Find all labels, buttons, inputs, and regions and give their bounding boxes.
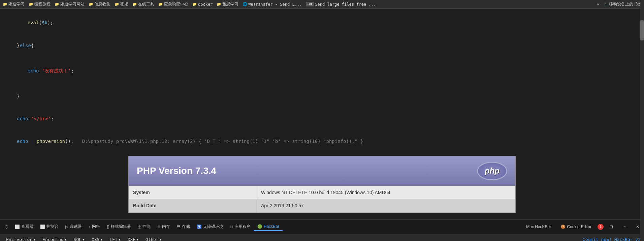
cookie-icon: 🍪 bbox=[560, 224, 566, 229]
viewer-icon: ⬜ bbox=[15, 224, 20, 229]
hackbar-other-menu[interactable]: Other ▾ bbox=[143, 236, 165, 241]
code-line: echo '</br>'; bbox=[0, 108, 644, 130]
sql-label: SQL bbox=[74, 237, 82, 241]
bookmark-item[interactable]: 🌐WeTransfer - Send L... bbox=[243, 2, 302, 7]
bookmark-item[interactable]: 📁在线工具 bbox=[132, 1, 154, 7]
encoding-arrow-icon: ▾ bbox=[64, 237, 67, 241]
bookmark-item[interactable]: 📁渗透学习网站 bbox=[55, 1, 85, 7]
devtools-bar: ⬡ ⬜ 查看器 ⬜ 控制台 ▷ 调试器 ↕ 网络 {} 样式编辑器 ◎ 性能 ⊕… bbox=[0, 219, 644, 234]
table-row: System Windows NT DELETE 10.0 build 1904… bbox=[129, 186, 515, 199]
hackbar-menu: Encryption ▾ Encoding ▾ SQL ▾ XSS ▾ LFI … bbox=[0, 234, 644, 241]
table-cell-label: Build Date bbox=[129, 199, 257, 212]
encryption-arrow-icon: ▾ bbox=[33, 237, 36, 241]
bookmarks-bar: 📁渗透学习 📁编程教程 📁渗透学习网站 📁信息收集 📁靶场 📁在线工具 📁应急响… bbox=[0, 0, 644, 9]
cookie-editor-button[interactable]: 🍪 Cookie-Editor bbox=[557, 223, 595, 231]
code-line: }else{ bbox=[0, 34, 644, 57]
php-header: PHP Version 7.3.4 php bbox=[129, 156, 515, 186]
xxe-label: XXE bbox=[128, 237, 135, 241]
bookmark-item[interactable]: 📁信息收集 bbox=[89, 1, 110, 7]
hackbar-encryption-menu[interactable]: Encryption ▾ bbox=[3, 236, 38, 241]
bookmark-item[interactable]: 📁靶场 bbox=[115, 1, 128, 7]
devtools-memory-button[interactable]: ⊕ 内存 bbox=[154, 222, 173, 231]
bookmark-item[interactable]: 📁渗透学习 bbox=[3, 1, 25, 7]
error-badge: 1 bbox=[598, 224, 604, 230]
hackbar-xxe-menu[interactable]: XXE ▾ bbox=[125, 236, 141, 241]
dock-button[interactable]: ⊟ bbox=[606, 223, 616, 231]
xxe-arrow-icon: ▾ bbox=[136, 237, 139, 241]
table-cell-label: System bbox=[129, 186, 257, 199]
devtools-console-button[interactable]: ⬜ 控制台 bbox=[37, 222, 62, 231]
devtools-storage-button[interactable]: ☰ 存储 bbox=[173, 222, 193, 231]
hackbar-lfi-menu[interactable]: LFI ▾ bbox=[107, 236, 123, 241]
scrollbar-thumb[interactable] bbox=[640, 20, 644, 40]
console-icon: ⬜ bbox=[40, 224, 45, 229]
bookmark-item[interactable]: 📁应急响应中心 bbox=[158, 1, 188, 7]
cursor-icon: ⬡ bbox=[5, 224, 8, 229]
table-cell-value: Windows NT DELETE 10.0 build 19045 (Wind… bbox=[257, 186, 515, 199]
devtools-perf-button[interactable]: ◎ 性能 bbox=[134, 222, 154, 231]
sql-arrow-icon: ▾ bbox=[82, 237, 85, 241]
memory-icon: ⊕ bbox=[157, 224, 161, 229]
scrollbar[interactable] bbox=[640, 0, 644, 241]
bookmark-item[interactable]: 📁编程教程 bbox=[29, 1, 51, 7]
encoding-label: Encoding bbox=[42, 237, 64, 241]
devtools-style-button[interactable]: {} 样式编辑器 bbox=[103, 222, 134, 231]
code-editor: eval($b); }else{ echo '没有成功！'; } echo '<… bbox=[0, 9, 644, 219]
application-icon: ⠿ bbox=[230, 224, 233, 229]
xss-arrow-icon: ▾ bbox=[100, 237, 103, 241]
hackbar-encoding-menu[interactable]: Encoding ▾ bbox=[40, 236, 69, 241]
lfi-arrow-icon: ▾ bbox=[118, 237, 121, 241]
devtools-right-panel: Max HacKBar 🍪 Cookie-Editor 1 ⊟ ⋯ ✕ bbox=[523, 223, 643, 231]
php-output: PHP Version 7.3.4 php System Windows NT … bbox=[128, 156, 516, 213]
code-line: echo phpversion(); D:\phpstudy_pro\WWW\1… bbox=[0, 130, 644, 153]
bookmark-item[interactable]: 📁雅思学习 bbox=[217, 1, 238, 7]
hackbar-xss-menu[interactable]: XSS ▾ bbox=[89, 236, 105, 241]
devtools-inspect-button[interactable]: ⬡ bbox=[1, 223, 11, 231]
devtools-hackbar-button[interactable]: 🟢 HackBar bbox=[254, 223, 283, 231]
network-icon: ↕ bbox=[89, 224, 91, 229]
perf-icon: ◎ bbox=[138, 224, 141, 229]
other-arrow-icon: ▾ bbox=[159, 237, 162, 241]
xss-label: XSS bbox=[92, 237, 99, 241]
code-line: } bbox=[0, 85, 644, 108]
bookmark-item[interactable]: 📁docker bbox=[192, 2, 213, 7]
max-hackbar-button[interactable]: Max HacKBar bbox=[523, 223, 554, 231]
other-label: Other bbox=[146, 237, 159, 241]
bookmark-item[interactable]: TXLSend large files free ... bbox=[306, 2, 376, 7]
devtools-network-button[interactable]: ↕ 网络 bbox=[85, 222, 103, 231]
lfi-label: LFI bbox=[109, 237, 117, 241]
code-line: echo '没有成功！'; bbox=[0, 59, 644, 82]
table-cell-value: Apr 2 2019 21:50:57 bbox=[257, 199, 515, 212]
hackbar-sql-menu[interactable]: SQL ▾ bbox=[71, 236, 88, 241]
devtools-application-button[interactable]: ⠿ 应用程序 bbox=[227, 222, 254, 231]
bookmark-mobile[interactable]: 📱移动设备上的书签 bbox=[603, 1, 641, 7]
code-line: eval($b); bbox=[0, 11, 644, 34]
bookmark-more[interactable]: » bbox=[597, 2, 599, 7]
devtools-viewer-button[interactable]: ⬜ 查看器 bbox=[11, 222, 37, 231]
devtools-accessibility-button[interactable]: ♿ 无障碍环境 bbox=[193, 222, 227, 231]
accessibility-icon: ♿ bbox=[197, 224, 202, 229]
storage-icon: ☰ bbox=[177, 224, 181, 229]
debugger-icon: ▷ bbox=[65, 224, 68, 229]
php-logo: php bbox=[477, 162, 507, 180]
hackbar-commit-button[interactable]: Commit now! HackBar v2 bbox=[583, 237, 641, 241]
style-icon: {} bbox=[107, 224, 109, 229]
more-button[interactable]: ⋯ bbox=[619, 223, 630, 231]
encryption-label: Encryption bbox=[6, 237, 32, 241]
table-row: Build Date Apr 2 2019 21:50:57 bbox=[129, 199, 515, 212]
hackbar-icon: 🟢 bbox=[257, 224, 262, 229]
devtools-debugger-button[interactable]: ▷ 调试器 bbox=[62, 222, 85, 231]
php-version: PHP Version 7.3.4 bbox=[137, 163, 216, 179]
php-info-table: System Windows NT DELETE 10.0 build 1904… bbox=[129, 186, 515, 213]
